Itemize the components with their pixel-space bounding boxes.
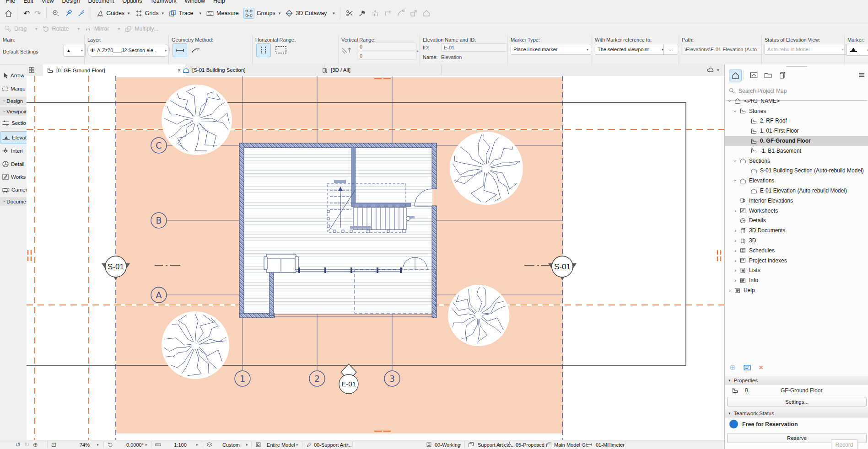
tree-item-lists[interactable]: Lists — [725, 266, 868, 276]
geometry-single-button[interactable] — [173, 43, 187, 57]
tree-item-project[interactable]: <PRJ_NAME> — [725, 96, 868, 106]
vertical-range-bottom-field[interactable]: 0 — [357, 52, 416, 59]
adjust-elevation-button[interactable] — [369, 8, 382, 19]
mirror-button[interactable]: Mirror▾ — [82, 24, 122, 34]
tool-elevation[interactable]: Elevat — [0, 131, 27, 144]
pen-set-control[interactable]: 00-Support Arti... — [314, 440, 349, 449]
chevron-right-icon[interactable] — [732, 267, 739, 273]
chevron-down-icon[interactable] — [727, 98, 733, 104]
default-settings-label[interactable]: Default Settings — [3, 49, 38, 54]
rotate-button[interactable]: Rotate▾ — [40, 24, 82, 34]
zoom-search-button[interactable] — [49, 8, 62, 19]
tool-section[interactable]: Sectio — [0, 117, 27, 129]
tree-item-first-floor[interactable]: 1. 01-First Floor — [725, 126, 868, 136]
tree-item-elevations[interactable]: Elevations — [725, 176, 868, 186]
horizontal-range-limited-button[interactable] — [273, 43, 289, 56]
tree-item-schedules[interactable]: Schedules — [725, 246, 868, 256]
tree-item-basement[interactable]: -1. B1-Basement — [725, 146, 868, 156]
tool-interior-elevation[interactable]: Interi — [0, 145, 27, 157]
tree[interactable] — [162, 311, 229, 379]
orientation-control[interactable] — [107, 440, 113, 449]
renovation-filter-control[interactable]: 05-Proposed — [516, 440, 540, 449]
groups-button[interactable]: Groups▾ — [241, 6, 283, 20]
tool-worksheet[interactable]: Works — [0, 171, 27, 183]
chevron-right-icon[interactable] — [732, 258, 739, 263]
tree[interactable] — [448, 285, 509, 346]
tree-item-stories[interactable]: Stories — [725, 106, 868, 116]
marker-reference-dropdown[interactable]: The selected viewpoint▾ — [595, 44, 666, 55]
elevation-name-value[interactable]: Elevation — [441, 54, 462, 60]
elevation-id-field[interactable]: E-01 — [441, 43, 507, 52]
chevron-right-icon[interactable] — [732, 238, 739, 243]
tree-item-s01-section[interactable]: S-01 Building Section (Auto-rebuild Mode… — [725, 166, 868, 176]
fit-in-window-icon[interactable]: ⊡ — [51, 441, 56, 448]
search-input[interactable]: Search Project Map — [728, 87, 787, 94]
status-of-elevation-dropdown[interactable]: Auto-rebuild Model▾ — [765, 44, 846, 55]
tab-3d-all[interactable]: [3D / All] — [318, 64, 442, 75]
trace-button[interactable]: Trace▾ — [166, 8, 204, 19]
cutaway-button[interactable]: 3D Cutaway▾ — [283, 8, 337, 19]
tab-ground-floor[interactable]: [0. GF-Ground Floor] × — [43, 64, 186, 76]
menu-window[interactable]: Window — [181, 0, 209, 5]
tree-item-sections[interactable]: Sections — [725, 156, 868, 166]
tree-item-interior-elevations[interactable]: Interior Elevations — [725, 196, 868, 206]
record-button[interactable]: Record — [831, 439, 857, 449]
chevron-down-icon[interactable] — [732, 178, 739, 183]
viewpoint-settings-icon[interactable] — [743, 363, 751, 372]
drawing-canvas[interactable]: C B A 1 2 3 — [27, 76, 724, 440]
intersect-button[interactable] — [382, 8, 394, 19]
tree-item-rf-roof[interactable]: 2. RF-Roof — [725, 116, 868, 126]
navigator-menu-icon[interactable] — [856, 69, 868, 80]
settings-button[interactable]: Settings... — [727, 397, 867, 406]
teamwork-status-header[interactable]: Teamwork Status — [725, 409, 868, 417]
tree-item-worksheets[interactable]: Worksheets — [725, 206, 868, 216]
default-settings-button[interactable]: ▲▾ — [64, 44, 86, 57]
tree-item-3d-documents[interactable]: 3D Documents — [725, 225, 868, 235]
view-map-button[interactable] — [748, 69, 760, 80]
chevron-right-icon[interactable] — [732, 228, 739, 233]
panel-grip[interactable] — [786, 66, 807, 67]
inject-parameters-button[interactable] — [75, 8, 88, 19]
menu-design[interactable]: Design — [58, 0, 84, 5]
tree-item-ground-floor[interactable]: 0. GF-Ground Floor — [725, 136, 868, 146]
tab-building-section[interactable]: [S-01 Building Section] — [179, 64, 325, 75]
publisher-button[interactable] — [776, 69, 788, 80]
menu-document[interactable]: Document — [84, 0, 119, 5]
tree-item-details[interactable]: Details — [725, 216, 868, 226]
add-viewpoint-icon[interactable]: ⊕ — [729, 363, 736, 372]
chevron-right-icon[interactable] — [732, 278, 739, 283]
delete-icon[interactable]: × — [759, 363, 763, 372]
menu-teamwork[interactable]: Teamwork — [146, 0, 181, 5]
tree[interactable] — [162, 85, 232, 155]
tree-item-e01-elevation[interactable]: E-01 Elevation (Auto-rebuild Model) — [725, 186, 868, 196]
adjust-button[interactable] — [356, 8, 369, 19]
geometry-polyline-button[interactable] — [189, 43, 203, 56]
layer-combination-control[interactable]: Custom — [216, 440, 246, 449]
multiply-button[interactable]: Multiply... — [122, 24, 161, 34]
zoom-level-control[interactable]: 74% — [69, 440, 101, 449]
chevron-right-icon[interactable] — [727, 288, 733, 293]
model-view-options-control[interactable]: Main Model O... — [554, 440, 581, 449]
tree-item-project-indexes[interactable]: Project Indexes — [725, 256, 868, 266]
working-layer-control[interactable]: 00-Working — [435, 440, 461, 449]
tab-overview-button[interactable] — [27, 66, 36, 74]
measure-button[interactable]: Measure — [204, 8, 241, 19]
fillet-chamfer-button[interactable] — [394, 8, 407, 19]
menu-options[interactable]: Options — [118, 0, 146, 5]
tool-detail[interactable]: Detail — [0, 158, 27, 170]
layout-book-button[interactable] — [762, 69, 774, 80]
home-button[interactable] — [2, 8, 15, 19]
model-filter-control[interactable]: Entire Model — [264, 440, 297, 449]
marker-preview-button[interactable]: ▸ — [846, 44, 868, 56]
tab-bar-extra-button[interactable]: ▾ — [706, 66, 719, 74]
tree-item-3d[interactable]: 3D — [725, 235, 868, 246]
menu-help[interactable]: Help — [209, 0, 229, 5]
pick-up-parameters-button[interactable] — [62, 8, 75, 19]
expand-arrow-icon[interactable]: ▸ — [417, 49, 419, 53]
guides-button[interactable]: Guides▾ — [94, 8, 132, 19]
properties-header[interactable]: Properties — [725, 376, 868, 385]
tree-item-info[interactable]: Info — [725, 275, 868, 285]
tree[interactable] — [450, 132, 523, 205]
horizontal-range-infinite-button[interactable] — [256, 43, 271, 57]
favorites-control[interactable]: Support Article... — [478, 440, 500, 449]
